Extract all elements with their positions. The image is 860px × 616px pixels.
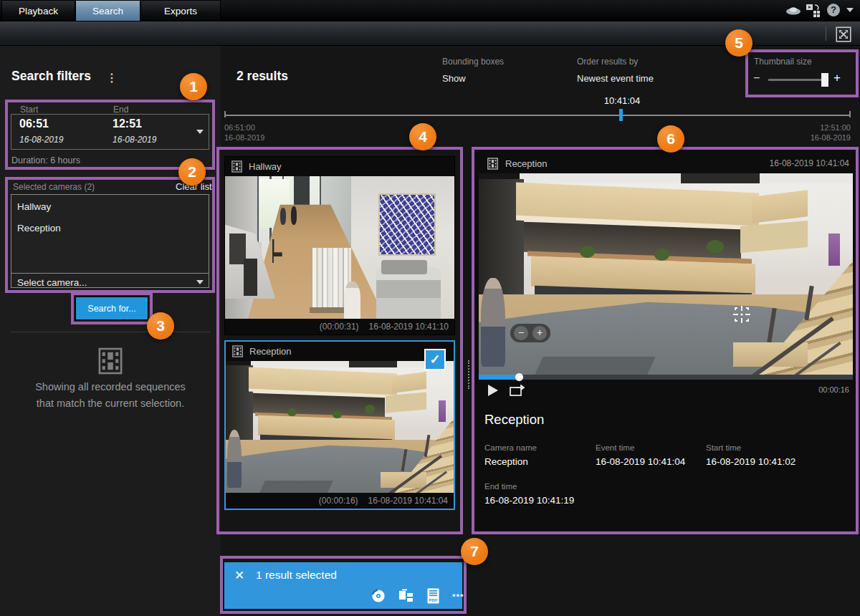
- bounding-boxes-dropdown[interactable]: Show: [442, 73, 466, 84]
- camera-name-value: Reception: [484, 456, 528, 467]
- start-label: Start: [20, 105, 38, 115]
- callout-badge-7: 7: [461, 538, 488, 565]
- timeline-playhead[interactable]: [619, 109, 623, 121]
- result-selected-checkbox[interactable]: ✓: [424, 349, 446, 370]
- results-count: 2 results: [236, 69, 288, 84]
- end-label: End: [113, 105, 128, 115]
- selection-actions: PDF •••: [370, 587, 464, 604]
- tab-exports[interactable]: Exports: [140, 0, 221, 21]
- end-date-value: 16-08-2019: [113, 135, 156, 145]
- ptz-crosshair-icon: [731, 304, 752, 325]
- export-video-icon[interactable]: [370, 587, 386, 604]
- callout-badge-1: 1: [180, 73, 207, 100]
- result-card-hallway-header: Hallway: [225, 157, 454, 176]
- thumbnail-size-label: Thumbnail size: [754, 57, 812, 67]
- start-date-value: 16-08-2019: [19, 135, 63, 145]
- result-card-camera-name: Hallway: [249, 161, 282, 172]
- video-zoom-controls: − +: [510, 324, 550, 342]
- result-card-hallway[interactable]: Hallway (00:00:31) 16-08-2019 10:41:10: [224, 156, 455, 335]
- panel-splitter-handle[interactable]: [468, 360, 469, 389]
- preview-title: Reception: [484, 412, 544, 428]
- timeline-end-time: 12:51:00: [779, 123, 851, 132]
- film-icon: [231, 160, 242, 173]
- select-camera-chevron-down-icon[interactable]: [196, 280, 204, 284]
- callout-badge-2: 2: [178, 158, 206, 186]
- timeline-current-time: 10:41:04: [593, 95, 651, 106]
- result-card-reception[interactable]: Reception (00:00:16) 16-08-2019 10:41:04: [224, 340, 455, 510]
- timeline-end-tick: [849, 111, 851, 117]
- event-time-value: 16-08-2019 10:41:04: [596, 456, 685, 467]
- preview-camera-name: Reception: [505, 158, 548, 169]
- selected-cameras-label: Selected cameras (2): [13, 182, 95, 192]
- check-icon: ✓: [429, 352, 440, 367]
- result-timestamp: 16-08-2019 10:41:04: [368, 496, 448, 506]
- empty-state-line2: that match the current selection.: [0, 398, 221, 409]
- toolbar-divider: [826, 27, 826, 41]
- timeline-start-date: 16-08-2019: [224, 133, 264, 142]
- search-filters-title: Search filters: [11, 69, 91, 84]
- film-icon: [232, 345, 243, 357]
- pdf-report-icon[interactable]: PDF: [426, 588, 440, 604]
- end-time-value: 12:51: [113, 117, 142, 130]
- callout-badge-5: 5: [725, 29, 752, 57]
- preview-progress-track[interactable]: [479, 375, 853, 380]
- thumbnail-size-minus-icon[interactable]: −: [753, 72, 760, 85]
- order-results-dropdown[interactable]: Newest event time: [577, 73, 654, 84]
- result-card-reception-header: Reception: [226, 342, 454, 361]
- camera-list-item-reception[interactable]: Reception: [17, 223, 61, 234]
- thumbnail-size-slider-handle[interactable]: [821, 73, 828, 87]
- preview-progress-handle[interactable]: [515, 373, 523, 381]
- film-icon: [487, 158, 498, 170]
- result-duration: (00:00:31): [320, 322, 359, 332]
- thumbnail-size-slider-track[interactable]: [768, 79, 827, 81]
- duration-text: Duration: 6 hours: [11, 155, 80, 165]
- preview-elapsed-time: 00:00:16: [778, 385, 849, 394]
- timeline-start-time: 06:51:00: [224, 123, 255, 132]
- callout-badge-6: 6: [657, 125, 684, 153]
- tab-search[interactable]: Search: [75, 0, 140, 21]
- timeline-track[interactable]: [224, 115, 851, 116]
- camera-list-divider: [11, 273, 209, 274]
- callout-badge-4: 4: [409, 123, 436, 150]
- independent-playback-icon[interactable]: [509, 385, 525, 397]
- smart-client-window: Playback Search Exports ? Search filters…: [0, 0, 860, 616]
- timeline-start-tick: [224, 111, 226, 117]
- time-range-chevron-down-icon[interactable]: [196, 130, 204, 134]
- preview-timestamp: 16-08-2019 10:41:04: [720, 158, 849, 168]
- zoom-out-icon[interactable]: −: [514, 326, 528, 340]
- view-layout-icon[interactable]: [398, 589, 414, 603]
- fullscreen-icon[interactable]: [836, 27, 851, 42]
- titlebar-chevron-down-icon[interactable]: [846, 8, 854, 12]
- order-results-label: Order results by: [577, 57, 638, 67]
- zoom-in-icon[interactable]: +: [532, 326, 547, 340]
- status-cloud-icon[interactable]: [785, 5, 802, 16]
- event-time-label: Event time: [596, 443, 634, 452]
- result-card-hallway-footer: (00:00:31) 16-08-2019 10:41:10: [225, 319, 454, 335]
- thumbnail-size-plus-icon[interactable]: +: [833, 71, 841, 85]
- sequences-film-icon: [98, 347, 123, 375]
- reception-thumbnail[interactable]: [226, 361, 454, 493]
- search-filters-menu-icon[interactable]: ⋮: [106, 71, 118, 85]
- result-card-camera-name: Reception: [249, 346, 292, 357]
- camera-list-item-hallway[interactable]: Hallway: [17, 201, 51, 212]
- hallway-thumbnail[interactable]: [225, 176, 454, 319]
- start-time-value: 16-08-2019 10:41:02: [706, 456, 796, 467]
- preview-video[interactable]: [479, 173, 853, 375]
- select-camera-dropdown[interactable]: Select camera...: [17, 277, 87, 288]
- bounding-boxes-label: Bounding boxes: [442, 57, 504, 67]
- play-button[interactable]: [488, 385, 498, 396]
- timeline-end-date: 16-08-2019: [779, 133, 851, 142]
- clear-selection-close-icon[interactable]: ✕: [234, 568, 244, 583]
- start-time-label: Start time: [706, 443, 741, 452]
- search-for-button[interactable]: Search for...: [75, 297, 148, 320]
- result-duration: (00:00:16): [319, 496, 358, 506]
- help-icon[interactable]: ?: [827, 4, 840, 16]
- camera-name-label: Camera name: [484, 443, 537, 452]
- sidebar-divider: [10, 332, 211, 332]
- more-options-icon[interactable]: •••: [452, 590, 464, 601]
- callout-badge-3: 3: [147, 312, 174, 340]
- multi-window-icon[interactable]: [806, 3, 821, 19]
- tab-playback[interactable]: Playback: [1, 0, 75, 21]
- selection-count-text: 1 result selected: [256, 569, 337, 582]
- result-card-reception-footer: (00:00:16) 16-08-2019 10:41:04: [226, 493, 454, 509]
